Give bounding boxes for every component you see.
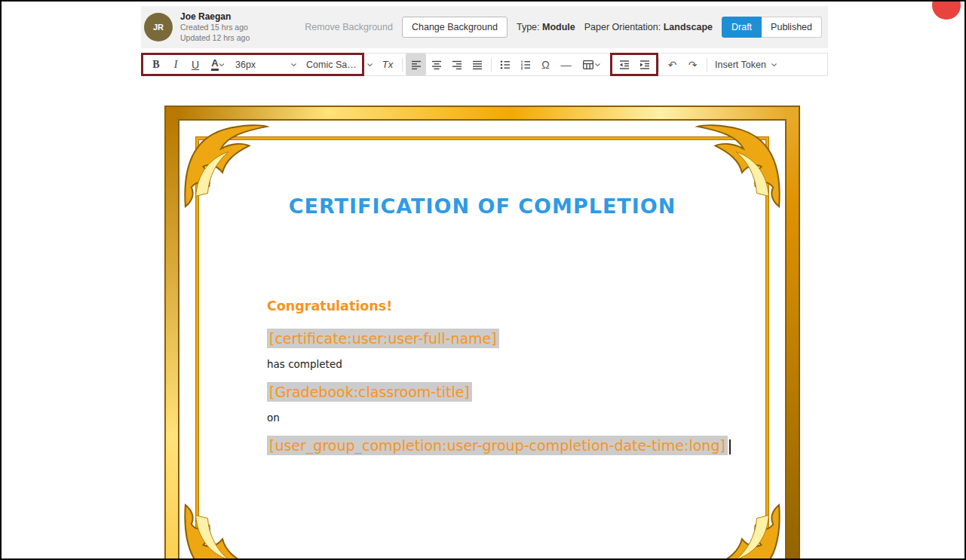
user-name: Joe Raegan bbox=[180, 11, 250, 23]
toolbar-separator bbox=[487, 54, 495, 75]
chevron-down-icon bbox=[290, 63, 297, 67]
italic-icon: I bbox=[174, 59, 178, 71]
font-size-value: 36px bbox=[235, 60, 256, 70]
text-cursor bbox=[729, 439, 731, 454]
bold-button[interactable]: B bbox=[146, 54, 166, 75]
align-center-icon bbox=[431, 59, 443, 71]
change-background-button[interactable]: Change Background bbox=[402, 17, 508, 38]
underline-button[interactable]: U bbox=[186, 54, 205, 75]
updated-timestamp: Updated 12 hrs ago bbox=[180, 33, 250, 43]
insert-token-label: Insert Token bbox=[715, 60, 766, 70]
font-color-button[interactable]: A bbox=[205, 54, 231, 75]
user-token[interactable]: [certificate:user:user-full-name] bbox=[267, 329, 499, 348]
editor-toolbar: B I U A 36px Comic Sans ... Tx bbox=[141, 53, 828, 76]
font-color-icon: A bbox=[211, 58, 218, 71]
status-toggle: Draft Published bbox=[722, 17, 822, 38]
completion-token-line[interactable]: [user_group_completion:user-group-comple… bbox=[267, 437, 731, 454]
corner-flourish-icon bbox=[695, 500, 784, 558]
completion-token[interactable]: [user_group_completion:user-group-comple… bbox=[267, 436, 728, 455]
undo-icon: ↶ bbox=[668, 59, 677, 71]
chevron-down-icon bbox=[219, 63, 225, 67]
certificate-title[interactable]: CERTIFICATION OF COMPLETION bbox=[178, 194, 787, 218]
align-center-button[interactable] bbox=[426, 54, 446, 75]
align-right-button[interactable] bbox=[446, 54, 467, 75]
special-character-button[interactable]: Ω bbox=[535, 54, 556, 75]
bold-icon: B bbox=[152, 59, 159, 71]
classroom-token-line[interactable]: [Gradebook:classroom-title] bbox=[267, 384, 731, 400]
toolbar-separator bbox=[703, 54, 710, 75]
greeting-text[interactable]: Congratulations! bbox=[267, 298, 731, 314]
toolbar-separator bbox=[606, 54, 614, 75]
bullet-list-icon bbox=[499, 59, 511, 71]
omega-icon: Ω bbox=[541, 59, 549, 71]
clear-formatting-icon: Tx bbox=[382, 59, 393, 70]
certificate-editor-window: JR Joe Raegan Created 15 hrs ago Updated… bbox=[0, 0, 966, 560]
numbered-list-icon bbox=[520, 59, 532, 71]
type-label: Type: bbox=[517, 22, 540, 32]
numbered-list-button[interactable] bbox=[515, 54, 535, 75]
type-value: Module bbox=[542, 22, 575, 32]
user-meta: Joe Raegan Created 15 hrs ago Updated 12… bbox=[180, 11, 250, 42]
insert-token-dropdown[interactable]: Insert Token bbox=[710, 54, 782, 75]
remove-background-link[interactable]: Remove Background bbox=[305, 22, 393, 32]
chevron-down-icon bbox=[594, 63, 601, 67]
font-family-dropdown[interactable]: Comic Sans ... bbox=[302, 54, 362, 75]
indent-icon bbox=[639, 59, 651, 71]
orientation-field: Paper Orientation: Landscape bbox=[584, 22, 713, 32]
certificate-gold-border: CERTIFICATION OF COMPLETION Congratulati… bbox=[166, 107, 799, 558]
classroom-token[interactable]: [Gradebook:classroom-title] bbox=[267, 382, 472, 402]
published-button[interactable]: Published bbox=[762, 17, 822, 38]
redo-button[interactable]: ↷ bbox=[682, 54, 703, 75]
type-field: Type: Module bbox=[517, 22, 575, 32]
notification-badge[interactable] bbox=[932, 0, 961, 20]
toolbar-separator bbox=[655, 54, 662, 75]
horizontal-rule-icon: — bbox=[561, 59, 572, 71]
orientation-value: Landscape bbox=[664, 22, 713, 32]
avatar: JR bbox=[144, 13, 173, 41]
align-justify-button[interactable] bbox=[467, 54, 487, 75]
outdent-icon bbox=[618, 59, 630, 71]
has-completed-text[interactable]: has completed bbox=[267, 358, 731, 370]
align-justify-icon bbox=[471, 59, 483, 71]
on-text[interactable]: on bbox=[267, 412, 731, 424]
align-left-button[interactable] bbox=[406, 54, 426, 75]
chevron-down-icon bbox=[771, 63, 777, 67]
bullet-list-button[interactable] bbox=[495, 54, 515, 75]
created-timestamp: Created 15 hrs ago bbox=[180, 23, 250, 32]
clear-formatting-button[interactable]: Tx bbox=[377, 54, 398, 75]
redo-icon: ↷ bbox=[688, 59, 698, 71]
certificate-body[interactable]: Congratulations! [certificate:user:user-… bbox=[267, 298, 731, 466]
draft-button[interactable]: Draft bbox=[722, 17, 762, 38]
header-bar: JR Joe Raegan Created 15 hrs ago Updated… bbox=[141, 6, 828, 48]
undo-button[interactable]: ↶ bbox=[662, 54, 682, 75]
orientation-label: Paper Orientation: bbox=[584, 22, 661, 32]
corner-flourish-icon bbox=[181, 500, 270, 558]
align-left-icon bbox=[410, 59, 422, 71]
outdent-button[interactable] bbox=[614, 54, 634, 75]
toolbar-separator bbox=[398, 54, 406, 75]
align-right-icon bbox=[451, 59, 463, 71]
certificate-canvas[interactable]: CERTIFICATION OF COMPLETION Congratulati… bbox=[141, 76, 828, 558]
header-actions: Remove Background Change Background Type… bbox=[305, 17, 822, 38]
table-button[interactable] bbox=[576, 54, 606, 75]
font-size-dropdown[interactable]: 36px bbox=[231, 54, 302, 75]
underline-icon: U bbox=[192, 59, 199, 71]
font-family-value: Comic Sans ... bbox=[306, 60, 357, 70]
italic-button[interactable]: I bbox=[166, 54, 186, 75]
chevron-down-icon bbox=[366, 63, 373, 67]
indent-button[interactable] bbox=[634, 54, 655, 75]
horizontal-rule-button[interactable]: — bbox=[556, 54, 576, 75]
table-icon bbox=[582, 59, 594, 71]
font-family-dropdown-chevron[interactable] bbox=[362, 54, 377, 75]
user-token-line[interactable]: [certificate:user:user-full-name] bbox=[267, 330, 731, 347]
